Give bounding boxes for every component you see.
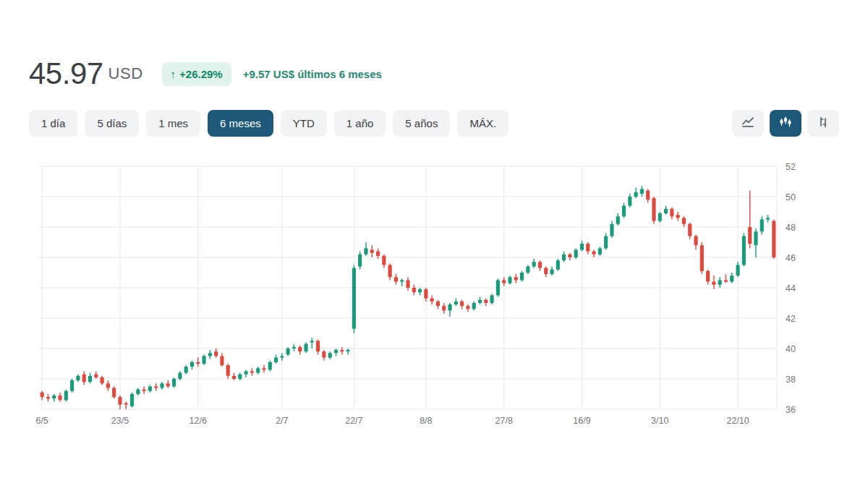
svg-text:38: 38 [786,374,796,385]
candlestick-chart-canvas[interactable]: 3638404244464850526/523/512/62/722/78/82… [29,157,839,433]
svg-text:27/8: 27/8 [495,416,513,426]
svg-text:50: 50 [786,192,796,202]
svg-text:3/10: 3/10 [651,416,668,426]
svg-text:6/5: 6/5 [35,416,48,426]
change-summary: +9.57 US$ últimos 6 meses [243,68,382,80]
range-6m[interactable]: 6 meses [208,110,273,137]
svg-text:52: 52 [786,162,796,172]
percent-change-value: +26.29% [179,68,223,80]
finance-widget: 45.97 USD ↑ +26.29% +9.57 US$ últimos 6 … [0,0,868,436]
range-ytd[interactable]: YTD [281,110,327,137]
current-price: 45.97 [29,56,103,91]
svg-text:48: 48 [786,223,796,233]
line-chart-button[interactable] [732,110,764,137]
ohlc-chart-icon [816,116,830,131]
range-1m[interactable]: 1 mes [146,110,200,137]
candlestick-chart-icon [778,116,793,131]
svg-text:44: 44 [786,283,796,294]
svg-text:22/10: 22/10 [726,416,749,426]
range-max[interactable]: MÁX. [457,110,509,137]
svg-text:40: 40 [786,344,796,354]
currency-label: USD [109,64,143,83]
candlestick-chart-button[interactable] [770,110,801,137]
svg-text:42: 42 [786,314,796,324]
range-5d[interactable]: 5 días [85,110,139,137]
time-range-tabs: 1 día 5 días 1 mes 6 meses YTD 1 año 5 a… [29,110,509,137]
price-chart[interactable]: 3638404244464850526/523/512/62/722/78/82… [29,157,839,436]
range-5y[interactable]: 5 años [393,110,450,137]
ohlc-chart-button[interactable] [807,110,839,137]
chart-type-toolbar [732,110,839,137]
range-1d[interactable]: 1 día [29,110,77,137]
svg-text:23/5: 23/5 [111,416,129,426]
svg-text:12/6: 12/6 [190,416,207,426]
svg-text:8/8: 8/8 [420,416,432,426]
svg-text:16/9: 16/9 [573,416,590,426]
range-1y[interactable]: 1 año [334,110,386,137]
svg-text:46: 46 [786,253,796,263]
svg-text:2/7: 2/7 [276,416,288,426]
price-header: 45.97 USD ↑ +26.29% +9.57 US$ últimos 6 … [29,56,839,91]
percent-change-badge: ↑ +26.29% [162,62,231,86]
line-chart-icon [741,116,755,131]
svg-text:22/7: 22/7 [345,416,362,426]
svg-text:36: 36 [786,405,796,415]
chart-controls: 1 día 5 días 1 mes 6 meses YTD 1 año 5 a… [29,110,839,137]
up-arrow-icon: ↑ [171,68,176,80]
